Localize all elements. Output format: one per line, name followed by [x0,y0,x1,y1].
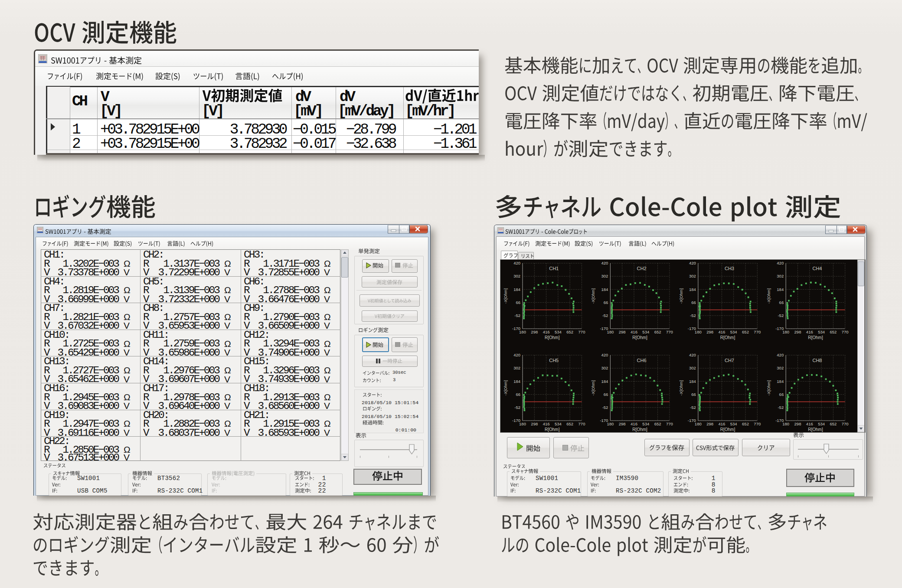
svg-text:66: 66 [779,392,784,397]
svg-text:420: 420 [601,261,608,265]
svg-text:CH8: CH8 [812,358,822,363]
svg-text:420: 420 [777,261,784,265]
svg-text:-X[Ohm]: -X[Ohm] [679,288,683,304]
svg-text:420: 420 [689,353,696,357]
svg-text:184: 184 [601,287,608,292]
svg-text:-X[Ohm]: -X[Ohm] [503,288,508,304]
svg-text:R[Ohm]: R[Ohm] [720,427,735,432]
svg-text:534: 534 [555,330,562,334]
svg-text:298: 298 [794,330,801,334]
svg-text:66: 66 [516,300,520,305]
svg-text:420: 420 [777,353,784,357]
svg-text:298: 298 [794,421,801,426]
svg-text:-X[Ohm]: -X[Ohm] [591,288,595,304]
svg-text:184: 184 [513,379,520,384]
svg-text:770: 770 [842,421,849,426]
svg-text:652: 652 [830,421,837,426]
svg-text:416: 416 [718,421,725,426]
svg-text:CH1: CH1 [549,266,559,271]
svg-text:184: 184 [601,379,608,384]
svg-text:184: 184 [777,287,784,292]
svg-text:184: 184 [689,287,696,292]
svg-text:298: 298 [706,330,713,334]
svg-text:-52: -52 [602,405,608,410]
svg-text:66: 66 [691,392,696,397]
svg-text:66: 66 [604,392,608,397]
svg-text:534: 534 [730,421,737,426]
svg-text:184: 184 [689,379,696,384]
svg-text:534: 534 [730,330,737,334]
svg-text:66: 66 [604,300,608,305]
svg-text:416: 416 [631,421,637,426]
svg-text:534: 534 [818,330,825,334]
svg-text:-52: -52 [514,405,520,410]
svg-text:302: 302 [513,366,520,370]
svg-text:R[Ohm]: R[Ohm] [545,335,560,340]
svg-text:652: 652 [566,421,573,426]
svg-text:770: 770 [666,330,673,334]
svg-text:-52: -52 [690,405,696,410]
svg-text:534: 534 [555,421,562,426]
svg-text:302: 302 [601,274,608,278]
svg-text:652: 652 [830,330,837,334]
svg-text:184: 184 [513,287,520,292]
svg-text:R[Ohm]: R[Ohm] [545,427,560,432]
svg-text:302: 302 [777,366,784,370]
svg-text:66: 66 [516,392,520,397]
svg-text:CH7: CH7 [725,358,734,363]
svg-text:66: 66 [779,300,784,305]
svg-text:302: 302 [601,366,608,370]
svg-text:-X[Ohm]: -X[Ohm] [679,380,683,395]
svg-text:534: 534 [818,421,825,426]
svg-text:CH5: CH5 [549,358,559,363]
svg-text:770: 770 [578,421,585,426]
svg-text:420: 420 [689,261,696,265]
svg-text:-52: -52 [602,313,608,318]
svg-text:420: 420 [601,353,608,357]
svg-text:416: 416 [806,421,813,426]
svg-text:770: 770 [842,330,849,334]
svg-text:298: 298 [619,421,626,426]
svg-text:298: 298 [706,421,713,426]
svg-text:180: 180 [695,421,702,426]
svg-text:180: 180 [695,330,702,334]
svg-text:CH3: CH3 [725,266,734,271]
svg-text:416: 416 [543,421,550,426]
svg-text:180: 180 [607,421,614,426]
svg-text:180: 180 [607,330,614,334]
svg-text:416: 416 [543,330,550,334]
svg-text:66: 66 [691,300,696,305]
svg-text:652: 652 [654,330,661,334]
svg-text:770: 770 [754,421,761,426]
svg-text:302: 302 [777,274,784,278]
svg-text:416: 416 [718,330,725,334]
svg-text:180: 180 [519,421,526,426]
svg-text:416: 416 [806,330,813,334]
svg-text:180: 180 [782,421,789,426]
svg-text:534: 534 [642,330,649,334]
svg-text:R[Ohm]: R[Ohm] [808,427,823,432]
svg-text:-52: -52 [778,405,784,410]
svg-text:CH2: CH2 [637,266,647,271]
svg-text:420: 420 [513,261,520,265]
svg-text:534: 534 [642,421,649,426]
svg-text:-X[Ohm]: -X[Ohm] [503,380,508,395]
svg-text:-X[Ohm]: -X[Ohm] [766,288,771,304]
svg-text:652: 652 [742,330,749,334]
svg-text:298: 298 [619,330,626,334]
svg-text:416: 416 [631,330,637,334]
svg-text:770: 770 [666,421,673,426]
svg-text:420: 420 [513,353,520,357]
svg-text:302: 302 [689,274,696,278]
svg-text:R[Ohm]: R[Ohm] [808,335,823,340]
svg-text:CH6: CH6 [637,358,647,363]
svg-text:184: 184 [777,379,784,384]
svg-text:-X[Ohm]: -X[Ohm] [766,380,771,395]
svg-text:R[Ohm]: R[Ohm] [632,427,647,432]
svg-text:770: 770 [754,330,761,334]
svg-text:-X[Ohm]: -X[Ohm] [591,380,595,395]
svg-text:180: 180 [519,330,526,334]
svg-text:298: 298 [531,421,538,426]
svg-text:R[Ohm]: R[Ohm] [632,335,647,340]
svg-text:-52: -52 [514,313,520,318]
